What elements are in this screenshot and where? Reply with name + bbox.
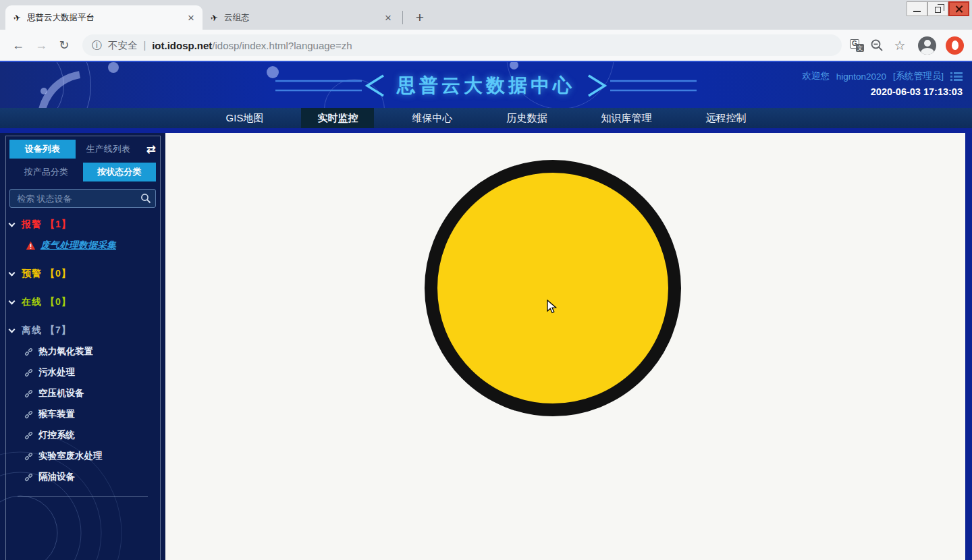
close-icon xyxy=(955,5,963,13)
window-controls xyxy=(907,1,969,16)
url-path: /idosp/index.html?language=zh xyxy=(212,40,352,51)
tab-close-icon[interactable]: × xyxy=(188,12,194,24)
chevron-down-icon[interactable] xyxy=(9,326,16,333)
chevron-down-icon[interactable] xyxy=(9,220,16,227)
title-right-ornament xyxy=(582,72,697,99)
device-search-input[interactable] xyxy=(9,189,156,208)
datetime-display: 2020-06-03 17:13:03 xyxy=(802,86,963,97)
url-text: iot.idosp.net/idosp/index.html?language=… xyxy=(152,40,352,51)
nav-item-maintenance[interactable]: 维保中心 xyxy=(396,108,468,128)
group-count: 【7】 xyxy=(45,325,72,335)
broken-link-icon xyxy=(24,410,33,419)
window-close-button[interactable] xyxy=(948,1,969,16)
device-sidebar: 设备列表 生产线列表 ⇄ 按产品分类 按状态分类 xyxy=(0,133,165,560)
browser-tab-platform[interactable]: ✈ 思普云大数据平台 × xyxy=(5,5,202,30)
offline-device-label: 猴车装置 xyxy=(38,408,75,420)
group-count: 【0】 xyxy=(45,268,72,279)
window-restore-button[interactable] xyxy=(927,1,948,16)
classify-tabs: 按产品分类 按状态分类 xyxy=(9,163,156,181)
chevron-down-icon[interactable] xyxy=(9,298,16,304)
welcome-label: 欢迎您 xyxy=(802,70,830,82)
device-search-row xyxy=(9,189,156,208)
offline-device-row[interactable]: 污水处理 xyxy=(24,366,156,379)
search-icon[interactable] xyxy=(140,193,151,204)
address-bar[interactable]: ⓘ 不安全 | iot.idosp.net/idosp/index.html?l… xyxy=(82,34,842,56)
user-role: [系统管理员] xyxy=(893,70,944,82)
group-count: 【0】 xyxy=(45,296,72,307)
broken-link-icon xyxy=(24,452,33,461)
group-count: 【1】 xyxy=(45,219,72,229)
tree-divider xyxy=(18,496,148,497)
browser-toolbar: ← → ↻ ⓘ 不安全 | iot.idosp.net/idosp/index.… xyxy=(0,30,972,61)
app-header: 思普云大数据中心 欢迎您 hignton2020 [系统管理员] 2020-06… xyxy=(0,61,972,108)
scada-circle-element[interactable] xyxy=(425,160,681,416)
group-label: 离线 xyxy=(22,325,42,335)
nav-item-gis[interactable]: GIS地图 xyxy=(210,108,280,128)
nav-separator-bar xyxy=(0,128,972,133)
page-title: 思普云大数据中心 xyxy=(397,73,575,99)
translate-icon[interactable]: G 文 xyxy=(850,39,864,52)
tree-group-online[interactable]: 在线 【0】 xyxy=(9,296,156,308)
security-label: 不安全 xyxy=(108,39,138,52)
zoom-out-indicator-icon[interactable] xyxy=(867,38,887,52)
info-icon[interactable]: ⓘ xyxy=(92,39,102,52)
offline-device-row[interactable]: 空压机设备 xyxy=(24,387,156,399)
chevron-down-icon[interactable] xyxy=(9,269,16,276)
alarm-device-link[interactable]: 废气处理数据采集 xyxy=(40,240,116,252)
minimize-icon xyxy=(913,11,921,12)
device-status-tree: 报警 【1】 废气处理数据采集 预警 【0】 xyxy=(9,219,156,497)
profile-avatar[interactable] xyxy=(918,36,936,55)
tab-title: 思普云大数据平台 xyxy=(27,12,182,24)
tree-group-offline[interactable]: 离线 【7】 xyxy=(9,325,156,337)
offline-device-row[interactable]: 实验室废水处理 xyxy=(24,450,156,462)
broken-link-icon xyxy=(24,473,33,482)
tab-close-icon[interactable]: × xyxy=(385,12,392,24)
window-minimize-button[interactable] xyxy=(907,1,927,16)
group-label: 在线 xyxy=(22,296,42,307)
offline-device-label: 空压机设备 xyxy=(38,387,84,399)
bookmark-star-icon[interactable]: ☆ xyxy=(890,38,910,53)
broken-link-icon xyxy=(24,368,33,377)
offline-device-row[interactable]: 灯控系统 xyxy=(24,429,156,441)
browser-tab-scada[interactable]: ✈ 云组态 × xyxy=(202,5,400,30)
alarm-device-row[interactable]: 废气处理数据采集 xyxy=(26,240,156,252)
broken-link-icon xyxy=(24,347,33,356)
translate-wen-glyph: 文 xyxy=(856,44,864,52)
offline-device-label: 污水处理 xyxy=(38,366,75,379)
main-navigation: GIS地图 实时监控 维保中心 历史数据 知识库管理 远程控制 xyxy=(0,108,972,128)
app-page: 思普云大数据中心 欢迎您 hignton2020 [系统管理员] 2020-06… xyxy=(0,61,972,560)
site-favicon-icon: ✈ xyxy=(210,12,219,24)
nav-item-remote[interactable]: 远程控制 xyxy=(689,108,762,128)
offline-device-row[interactable]: 隔油设备 xyxy=(24,471,156,483)
new-tab-button[interactable]: + xyxy=(410,7,430,28)
restore-icon xyxy=(935,7,941,13)
forward-button[interactable]: → xyxy=(31,35,51,55)
tab-by-status[interactable]: 按状态分类 xyxy=(83,163,157,181)
offline-device-label: 隔油设备 xyxy=(38,471,75,483)
tab-production-line-list[interactable]: 生产线列表 xyxy=(76,140,142,159)
group-label: 报警 xyxy=(22,219,42,229)
tree-group-warning[interactable]: 预警 【0】 xyxy=(9,268,156,280)
nav-item-realtime[interactable]: 实时监控 xyxy=(301,108,374,128)
broken-link-icon xyxy=(24,389,33,398)
url-host: iot.idosp.net xyxy=(152,40,212,51)
browser-tabstrip: ✈ 思普云大数据平台 × ✈ 云组态 × + xyxy=(0,0,972,30)
title-left-ornament xyxy=(275,72,390,99)
nav-item-history[interactable]: 历史数据 xyxy=(490,108,563,128)
back-button[interactable]: ← xyxy=(8,35,28,55)
broken-link-icon xyxy=(24,431,33,440)
swap-icon[interactable]: ⇄ xyxy=(141,142,156,157)
site-favicon-icon: ✈ xyxy=(13,12,22,24)
offline-device-row[interactable]: 热力氧化装置 xyxy=(24,345,156,358)
nav-item-knowledge[interactable]: 知识库管理 xyxy=(585,108,668,128)
username: hignton2020 xyxy=(836,72,886,82)
extension-ball-icon[interactable] xyxy=(946,36,964,55)
reload-button[interactable]: ↻ xyxy=(54,35,74,55)
tree-group-alarm[interactable]: 报警 【1】 xyxy=(9,219,156,231)
menu-list-icon[interactable] xyxy=(950,72,963,82)
tab-separator xyxy=(402,11,403,24)
tab-device-list[interactable]: 设备列表 xyxy=(9,140,76,159)
offline-device-row[interactable]: 猴车装置 xyxy=(24,408,156,420)
warning-triangle-icon xyxy=(26,241,36,250)
tab-by-product[interactable]: 按产品分类 xyxy=(9,163,83,181)
